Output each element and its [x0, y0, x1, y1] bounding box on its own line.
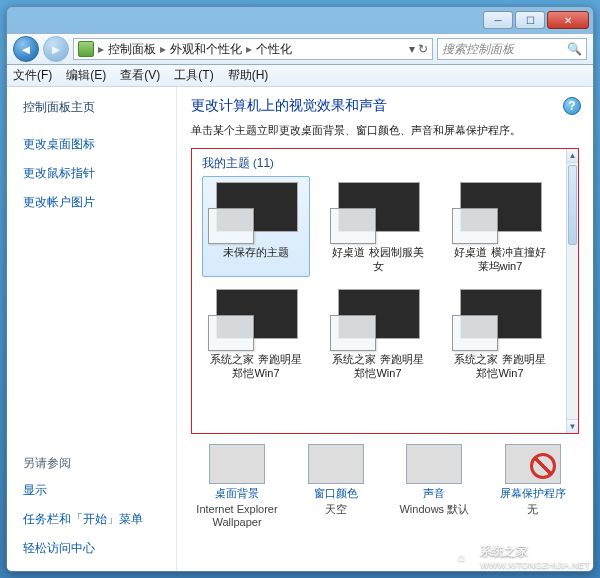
- scroll-track[interactable]: [567, 163, 578, 419]
- menu-file[interactable]: 文件(F): [13, 67, 52, 84]
- theme-name: 系统之家 奔跑明星郑恺Win7: [327, 353, 429, 381]
- control-panel-icon: [78, 41, 94, 57]
- main-panel: ? 更改计算机上的视觉效果和声音 单击某个主题立即更改桌面背景、窗口颜色、声音和…: [177, 87, 593, 571]
- breadcrumb-root[interactable]: 控制面板: [108, 41, 156, 58]
- theme-window-icon: [452, 208, 498, 244]
- theme-name: 系统之家 奔跑明星郑恺Win7: [449, 353, 551, 381]
- forward-button[interactable]: ►: [43, 36, 69, 62]
- theme-window-icon: [330, 208, 376, 244]
- bottom-option[interactable]: 桌面背景Internet Explorer Wallpaper: [195, 444, 279, 529]
- bottom-option[interactable]: 窗口颜色天空: [294, 444, 378, 529]
- menu-bar: 文件(F) 编辑(E) 查看(V) 工具(T) 帮助(H): [7, 65, 593, 87]
- theme-window-icon: [452, 315, 498, 351]
- option-icon: [505, 444, 561, 484]
- themes-section-label: 我的主题 (11): [202, 155, 560, 172]
- watermark-logo-icon: ⌂: [448, 546, 474, 568]
- scroll-down-icon[interactable]: ▼: [567, 419, 578, 433]
- bottom-options: 桌面背景Internet Explorer Wallpaper窗口颜色天空声音W…: [191, 444, 579, 529]
- search-placeholder: 搜索控制面板: [442, 41, 514, 58]
- address-bar[interactable]: ▸ 控制面板 ▸ 外观和个性化 ▸ 个性化 ▾ ↻: [73, 38, 433, 60]
- back-button[interactable]: ◄: [13, 36, 39, 62]
- option-link[interactable]: 窗口颜色: [314, 486, 358, 501]
- option-link[interactable]: 屏幕保护程序: [500, 486, 566, 501]
- option-value: 天空: [325, 503, 347, 516]
- watermark: ⌂ 系统之家 WWW.XITONGZHIJIA.NET: [448, 543, 590, 570]
- theme-item[interactable]: 系统之家 奔跑明星郑恺Win7: [202, 283, 310, 384]
- page-heading: 更改计算机上的视觉效果和声音: [191, 97, 579, 115]
- option-link[interactable]: 声音: [423, 486, 445, 501]
- theme-item[interactable]: 未保存的主题: [202, 176, 310, 277]
- minimize-button[interactable]: ─: [483, 11, 513, 29]
- theme-thumb: [208, 182, 304, 244]
- option-icon: [406, 444, 462, 484]
- option-value: 无: [527, 503, 538, 516]
- bottom-option[interactable]: 屏幕保护程序无: [491, 444, 575, 529]
- theme-item[interactable]: 好桌道 校园制服美女: [324, 176, 432, 277]
- sidebar: 控制面板主页 更改桌面图标 更改鼠标指针 更改帐户图片 另请参阅 显示 任务栏和…: [7, 87, 177, 571]
- breadcrumb-sep: ▸: [98, 42, 104, 56]
- search-icon: 🔍: [567, 42, 582, 56]
- themes-box: 我的主题 (11) 未保存的主题好桌道 校园制服美女好桌道 横冲直撞好莱坞win…: [191, 148, 579, 434]
- see-also-heading: 另请参阅: [23, 455, 164, 472]
- theme-window-icon: [208, 315, 254, 351]
- sidebar-link-mouse[interactable]: 更改鼠标指针: [23, 165, 164, 182]
- close-button[interactable]: ✕: [547, 11, 589, 29]
- watermark-url: WWW.XITONGZHIJIA.NET: [480, 560, 590, 570]
- address-dropdown-icon[interactable]: ▾ ↻: [409, 42, 428, 56]
- bottom-option[interactable]: 声音Windows 默认: [392, 444, 476, 529]
- breadcrumb-sep: ▸: [246, 42, 252, 56]
- breadcrumb-sep: ▸: [160, 42, 166, 56]
- see-also-ease[interactable]: 轻松访问中心: [23, 540, 164, 557]
- menu-tools[interactable]: 工具(T): [174, 67, 213, 84]
- watermark-text: 系统之家: [480, 543, 590, 560]
- option-icon: [308, 444, 364, 484]
- nav-toolbar: ◄ ► ▸ 控制面板 ▸ 外观和个性化 ▸ 个性化 ▾ ↻ 搜索控制面板 🔍: [7, 33, 593, 65]
- theme-thumb: [452, 182, 548, 244]
- option-icon: [209, 444, 265, 484]
- themes-scroll-area: 我的主题 (11) 未保存的主题好桌道 校园制服美女好桌道 横冲直撞好莱坞win…: [192, 149, 566, 433]
- theme-thumb: [330, 289, 426, 351]
- theme-name: 未保存的主题: [223, 246, 289, 274]
- help-icon[interactable]: ?: [563, 97, 581, 115]
- theme-name: 好桌道 校园制服美女: [327, 246, 429, 274]
- theme-thumb: [208, 289, 304, 351]
- maximize-button[interactable]: ☐: [515, 11, 545, 29]
- option-value: Windows 默认: [399, 503, 469, 516]
- theme-window-icon: [330, 315, 376, 351]
- theme-window-icon: [208, 208, 254, 244]
- theme-grid: 未保存的主题好桌道 校园制服美女好桌道 横冲直撞好莱坞win7系统之家 奔跑明星…: [202, 176, 560, 384]
- option-value: Internet Explorer Wallpaper: [195, 503, 279, 529]
- sidebar-link-desktop-icons[interactable]: 更改桌面图标: [23, 136, 164, 153]
- scrollbar[interactable]: ▲ ▼: [566, 149, 578, 433]
- menu-help[interactable]: 帮助(H): [228, 67, 269, 84]
- page-subheading: 单击某个主题立即更改桌面背景、窗口颜色、声音和屏幕保护程序。: [191, 123, 579, 138]
- see-also-taskbar[interactable]: 任务栏和「开始」菜单: [23, 511, 164, 528]
- theme-item[interactable]: 好桌道 横冲直撞好莱坞win7: [446, 176, 554, 277]
- titlebar: ─ ☐ ✕: [7, 7, 593, 33]
- theme-name: 好桌道 横冲直撞好莱坞win7: [449, 246, 551, 274]
- window-frame: ─ ☐ ✕ ◄ ► ▸ 控制面板 ▸ 外观和个性化 ▸ 个性化 ▾ ↻ 搜索控制…: [6, 6, 594, 572]
- scroll-up-icon[interactable]: ▲: [567, 149, 578, 163]
- theme-thumb: [330, 182, 426, 244]
- sidebar-link-account-pic[interactable]: 更改帐户图片: [23, 194, 164, 211]
- menu-edit[interactable]: 编辑(E): [66, 67, 106, 84]
- theme-thumb: [452, 289, 548, 351]
- option-link[interactable]: 桌面背景: [215, 486, 259, 501]
- sidebar-home[interactable]: 控制面板主页: [23, 99, 164, 116]
- theme-item[interactable]: 系统之家 奔跑明星郑恺Win7: [324, 283, 432, 384]
- theme-name: 系统之家 奔跑明星郑恺Win7: [205, 353, 307, 381]
- breadcrumb-mid[interactable]: 外观和个性化: [170, 41, 242, 58]
- search-box[interactable]: 搜索控制面板 🔍: [437, 38, 587, 60]
- content-area: 控制面板主页 更改桌面图标 更改鼠标指针 更改帐户图片 另请参阅 显示 任务栏和…: [7, 87, 593, 571]
- theme-item[interactable]: 系统之家 奔跑明星郑恺Win7: [446, 283, 554, 384]
- see-also-display[interactable]: 显示: [23, 482, 164, 499]
- menu-view[interactable]: 查看(V): [120, 67, 160, 84]
- scroll-thumb[interactable]: [568, 165, 577, 245]
- breadcrumb-leaf[interactable]: 个性化: [256, 41, 292, 58]
